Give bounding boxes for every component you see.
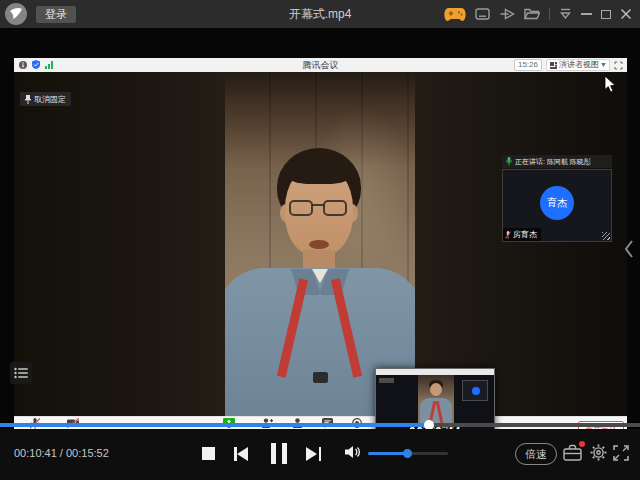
meeting-stage: 取消固定 正在讲话: 陈同航 陈晓彤 育杰 房育杰 <box>14 72 627 416</box>
avatar: 育杰 <box>540 186 574 220</box>
speaker-video <box>225 72 415 416</box>
titlebar-divider <box>549 8 550 20</box>
preview-pin-chip <box>379 378 394 383</box>
speaker-tile: 育杰 房育杰 <box>502 169 612 242</box>
previous-button[interactable] <box>234 447 249 461</box>
layout-icon <box>550 62 557 69</box>
next-button[interactable] <box>306 447 321 461</box>
volume-handle[interactable] <box>403 449 412 458</box>
meeting-video-content: 腾讯会议 15:26 演讲者视图 <box>14 58 627 438</box>
maximize-button[interactable] <box>601 10 611 19</box>
active-mic-icon <box>506 157 512 166</box>
volume-fill <box>368 452 408 455</box>
time-display: 00:10:41 / 00:15:52 <box>14 447 109 459</box>
playlist-toggle-button[interactable] <box>10 362 32 384</box>
chevron-left-icon <box>622 238 636 260</box>
notification-dot <box>579 441 585 447</box>
playlist-panel-chevron[interactable] <box>622 238 636 264</box>
mouse-cursor <box>604 76 616 97</box>
close-button[interactable] <box>620 8 632 20</box>
toolbox-button[interactable] <box>563 444 582 465</box>
speaking-banner: 正在讲话: 陈同航 陈晓彤 <box>502 155 612 168</box>
volume-slider[interactable] <box>368 452 448 455</box>
glasses <box>288 200 350 218</box>
fullscreen-button[interactable] <box>613 445 629 465</box>
pause-button[interactable] <box>271 443 288 464</box>
fullscreen-icon <box>613 445 629 461</box>
seek-fill <box>0 423 429 427</box>
open-folder-icon[interactable] <box>524 8 540 20</box>
view-mode-button: 演讲者视图 <box>546 59 610 71</box>
floating-speaker-panel: 正在讲话: 陈同航 陈晓彤 育杰 房育杰 <box>502 155 612 242</box>
game-center-icon[interactable] <box>444 7 466 22</box>
gear-icon <box>590 444 607 461</box>
video-frame[interactable]: 腾讯会议 15:26 演讲者视图 <box>0 28 640 421</box>
preview-speaker-panel <box>462 380 488 401</box>
fullscreen-meeting-icon <box>614 61 623 70</box>
playlist-icon <box>14 367 28 379</box>
minimize-button[interactable] <box>581 13 592 15</box>
preview-avatar-dot <box>472 387 480 395</box>
chevron-down-icon <box>601 63 606 67</box>
playback-speed-button[interactable]: 倍速 <box>515 443 557 465</box>
share-icon[interactable] <box>499 8 515 20</box>
meeting-duration-badge: 15:26 <box>514 59 542 71</box>
pin-icon <box>25 95 31 104</box>
window-titlebar: 登录 开幕式.mp4 <box>0 0 640 28</box>
app-logo-icon[interactable] <box>5 3 27 25</box>
window-title: 开幕式.mp4 <box>160 0 480 28</box>
mini-window-icon[interactable] <box>475 8 490 20</box>
seek-bar[interactable] <box>0 421 640 429</box>
login-button[interactable]: 登录 <box>36 6 76 23</box>
collapse-player-icon[interactable] <box>559 8 572 20</box>
player-controls: 00:10:41 / 00:15:52 倍速 <box>0 429 640 480</box>
settings-button[interactable] <box>590 444 607 465</box>
volume-icon[interactable] <box>345 445 361 463</box>
resize-handle <box>602 232 610 240</box>
bird-logo-glyph <box>9 7 23 21</box>
stop-button[interactable] <box>202 447 215 460</box>
muted-mic-icon <box>505 231 511 239</box>
meeting-titlebar: 腾讯会议 15:26 演讲者视图 <box>14 58 627 72</box>
tile-name-badge: 房育杰 <box>503 228 541 241</box>
unpin-chip: 取消固定 <box>20 92 71 106</box>
